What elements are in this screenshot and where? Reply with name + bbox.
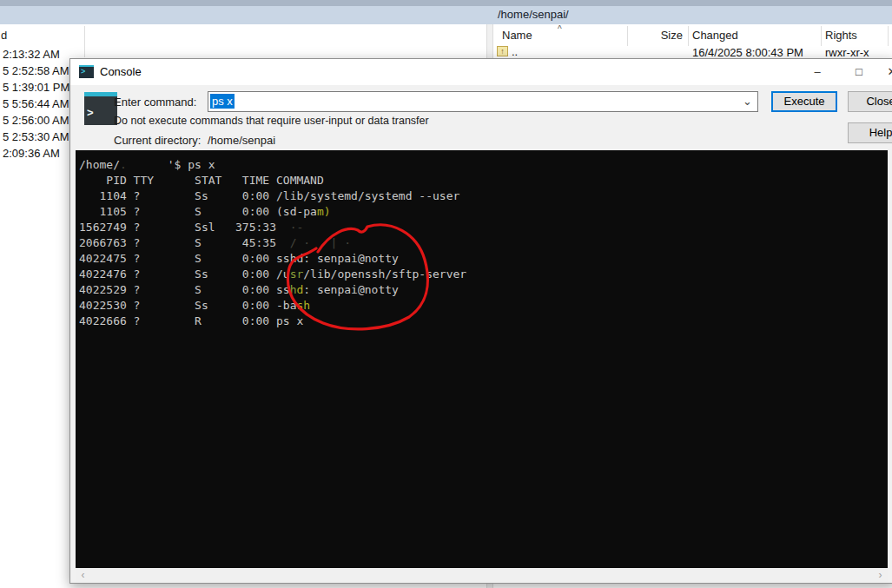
- terminal-line: 4022530 ? Ss 0:00 -bash: [79, 298, 888, 314]
- list-item[interactable]: 5 5:56:44 AM: [3, 97, 69, 110]
- help-button[interactable]: Help: [848, 122, 892, 143]
- maximize-button[interactable]: □: [846, 59, 872, 85]
- file-name: ..: [512, 45, 518, 58]
- path-toolbar: [0, 6, 892, 24]
- column-header-changed[interactable]: Changed: [692, 29, 738, 42]
- terminal-output[interactable]: /home/. '$ ps x PID TTY STAT TIME COMMAN…: [76, 150, 888, 568]
- column-header-size[interactable]: Size: [658, 29, 683, 42]
- column-divider[interactable]: [888, 26, 889, 46]
- list-item[interactable]: 2:09:36 AM: [3, 147, 60, 160]
- close-window-button[interactable]: ✕: [879, 59, 892, 85]
- column-divider[interactable]: [688, 26, 689, 46]
- terminal-lines: /home/. '$ ps x PID TTY STAT TIME COMMAN…: [76, 150, 888, 329]
- column-divider[interactable]: [627, 26, 628, 46]
- app-top-strip: [0, 0, 892, 6]
- terminal-line: PID TTY STAT TIME COMMAND: [79, 173, 888, 188]
- dialog-titlebar[interactable]: > Console – □ ✕: [70, 59, 892, 85]
- left-column-divider[interactable]: [84, 26, 85, 57]
- dialog-title: Console: [100, 65, 142, 78]
- scroll-left-icon[interactable]: ‹: [76, 568, 90, 583]
- column-header-name[interactable]: Name: [502, 29, 532, 42]
- terminal-line: 4022529 ? S 0:00 sshd: senpai@notty: [79, 282, 888, 298]
- horizontal-scrollbar[interactable]: ‹ ›: [76, 568, 888, 583]
- command-value-selected: ps x: [210, 94, 235, 109]
- column-divider[interactable]: [821, 26, 822, 46]
- file-changed: 16/4/2025 8:00:43 PM: [692, 46, 803, 59]
- minimize-button[interactable]: –: [804, 59, 830, 85]
- list-item[interactable]: 5 1:39:01 PM: [3, 81, 69, 94]
- terminal-line: 2066763 ? S 45:35 / · | ·: [79, 235, 888, 251]
- screen: /home/senpai/ d 2:13:32 AM5 2:52:58 AM5 …: [0, 0, 892, 588]
- sort-ascending-icon: ^: [558, 24, 562, 34]
- column-header-rights[interactable]: Rights: [825, 29, 857, 42]
- list-item[interactable]: 2:13:32 AM: [3, 48, 60, 61]
- terminal-line: 4022475 ? S 0:00 sshd: senpai@notty: [79, 251, 888, 267]
- console-prompt-icon: >: [84, 92, 117, 125]
- left-panel-header-changed[interactable]: d: [1, 29, 7, 42]
- command-warning-note: Do not execute commands that require use…: [114, 115, 429, 127]
- file-rights: rwxr-xr-x: [825, 46, 869, 59]
- chevron-down-icon[interactable]: ⌄: [743, 92, 752, 111]
- list-item[interactable]: 5 2:56:00 AM: [3, 114, 69, 127]
- terminal-line: 4022666 ? R 0:00 ps x: [79, 314, 888, 329]
- current-directory-label: Current directory:: [114, 134, 201, 147]
- current-directory-value: /home/senpai: [208, 134, 275, 147]
- terminal-line: 1104 ? Ss 0:00 /lib/systemd/systemd --us…: [79, 188, 888, 204]
- terminal-line: 1105 ? S 0:00 (sd-pam): [79, 204, 888, 220]
- enter-command-label: Enter command:: [114, 96, 196, 109]
- list-item[interactable]: 5 2:53:30 AM: [3, 130, 69, 143]
- terminal-line: /home/. '$ ps x: [79, 157, 888, 173]
- execute-button[interactable]: Execute: [771, 91, 837, 112]
- terminal-line: 4022476 ? Ss 0:00 /usr/lib/openssh/sftp-…: [79, 267, 888, 282]
- close-button[interactable]: Close: [848, 91, 892, 112]
- command-input[interactable]: ps x ⌄: [208, 91, 758, 112]
- remote-path: /home/senpai/: [498, 8, 569, 21]
- terminal-line: 1562749 ? Ssl 375:33 ·-: [79, 220, 888, 235]
- console-dialog: > Console – □ ✕ > Enter command: ps x ⌄ …: [69, 58, 892, 584]
- console-icon: >: [79, 65, 94, 78]
- list-item[interactable]: 5 2:52:58 AM: [3, 64, 69, 77]
- scroll-right-icon[interactable]: ›: [873, 568, 888, 583]
- folder-up-icon: ↑: [497, 46, 508, 56]
